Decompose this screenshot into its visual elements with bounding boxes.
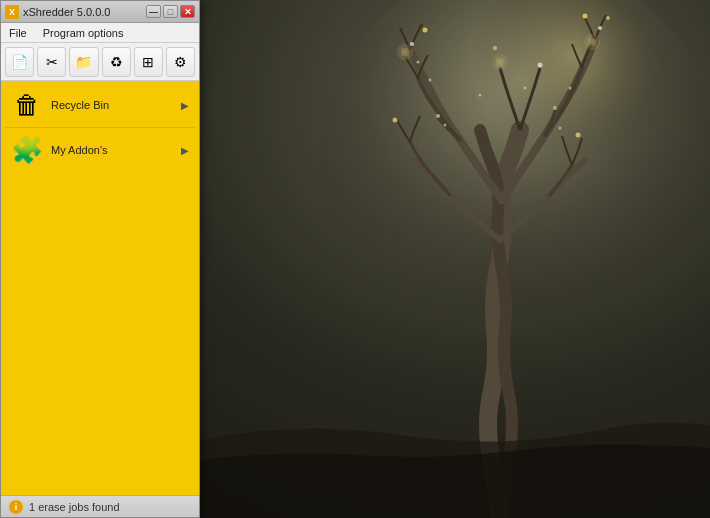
- my-addons-arrow: ▶: [181, 145, 189, 156]
- status-text: 1 erase jobs found: [29, 501, 120, 513]
- title-bar: X xShredder 5.0.0.0 — □ ✕: [1, 1, 199, 23]
- toolbar-folder-button[interactable]: 📁: [69, 47, 98, 77]
- toolbar-recycle-button[interactable]: ♻: [102, 47, 131, 77]
- toolbar-shred-button[interactable]: ✂: [37, 47, 66, 77]
- status-bar: i 1 erase jobs found: [1, 495, 199, 517]
- status-icon: i: [9, 500, 23, 514]
- minimize-button[interactable]: —: [146, 5, 161, 18]
- my-addons-icon: 🧩: [11, 134, 43, 166]
- recycle-bin-icon: 🗑: [11, 89, 43, 121]
- content-area: 🗑 Recycle Bin ▶ 🧩 My Addon's ▶: [1, 81, 199, 495]
- app-icon: X: [5, 5, 19, 19]
- folder-icon: 📁: [75, 54, 92, 70]
- close-button[interactable]: ✕: [180, 5, 195, 18]
- list-separator-1: [5, 127, 195, 128]
- toolbar-settings-button[interactable]: ⚙: [166, 47, 195, 77]
- maximize-button[interactable]: □: [163, 5, 178, 18]
- new-icon: 📄: [11, 54, 28, 70]
- recycle-icon: ♻: [110, 54, 123, 70]
- settings-icon: ⚙: [174, 54, 187, 70]
- menu-bar: File Program options: [1, 23, 199, 43]
- recycle-bin-label: Recycle Bin: [51, 99, 109, 111]
- shred-icon: ✂: [46, 54, 58, 70]
- recycle-bin-arrow: ▶: [181, 100, 189, 111]
- toolbar-new-button[interactable]: 📄: [5, 47, 34, 77]
- list-item-recycle-bin[interactable]: 🗑 Recycle Bin ▶: [5, 85, 195, 125]
- tree-illustration: [200, 0, 710, 518]
- app-window: X xShredder 5.0.0.0 — □ ✕ File Program o…: [0, 0, 200, 518]
- toolbar: 📄 ✂ 📁 ♻ ⊞ ⚙: [1, 43, 199, 81]
- windows-icon: ⊞: [142, 54, 154, 70]
- window-title: xShredder 5.0.0.0: [23, 6, 110, 18]
- toolbar-windows-button[interactable]: ⊞: [134, 47, 163, 77]
- title-buttons: — □ ✕: [146, 5, 195, 18]
- menu-program-options[interactable]: Program options: [39, 26, 128, 40]
- list-item-my-addons[interactable]: 🧩 My Addon's ▶: [5, 130, 195, 170]
- svg-rect-26: [200, 0, 710, 518]
- title-bar-left: X xShredder 5.0.0.0: [5, 5, 110, 19]
- menu-file[interactable]: File: [5, 26, 31, 40]
- my-addons-label: My Addon's: [51, 144, 108, 156]
